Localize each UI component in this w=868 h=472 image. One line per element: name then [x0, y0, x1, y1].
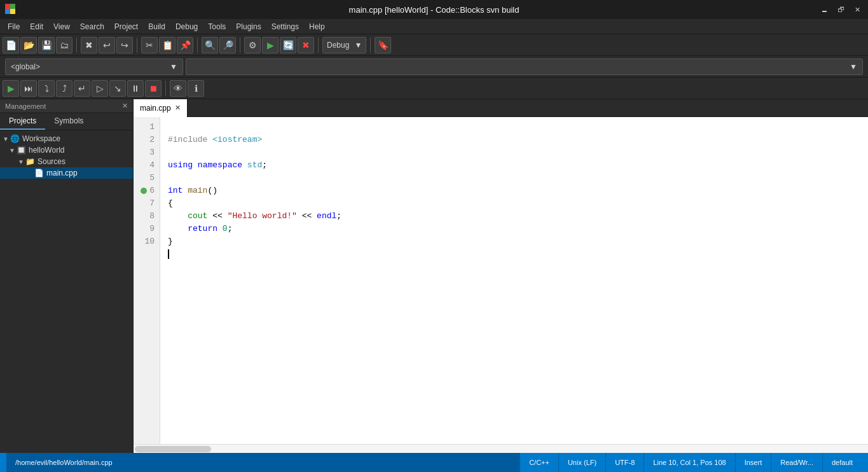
status-line-ending: Unix (LF) [559, 453, 606, 472]
close-file-button[interactable]: ✖ [81, 37, 97, 53]
status-filepath: /home/evil/helloWorld/main.cpp [6, 453, 520, 472]
stop-button[interactable]: ✖ [298, 37, 314, 53]
editor-area: main.cpp ✕ 1 2 3 4 5 6 7 8 9 10 #include… [134, 99, 868, 453]
tree-main-cpp[interactable]: 📄 main.cpp [0, 167, 133, 179]
app-logo [5, 4, 17, 15]
save-all-button[interactable]: 🗂 [56, 37, 72, 53]
line-num-6: 6 [134, 184, 155, 197]
toolbar-sep-2 [137, 38, 137, 53]
paste-button[interactable]: 📌 [177, 37, 193, 53]
line-num-5: 5 [134, 172, 155, 184]
status-bar: /home/evil/helloWorld/main.cpp C/C++ Uni… [0, 453, 868, 472]
line-num-9: 9 [134, 223, 155, 235]
file-icon: 📄 [34, 169, 44, 177]
status-readwrite: Read/Wr... [771, 453, 823, 472]
line-8: return 0; [168, 224, 232, 233]
menu-tools[interactable]: Tools [203, 21, 231, 32]
filepath-label: /home/evil/helloWorld/main.cpp [15, 459, 113, 466]
replace-button[interactable]: 🔎 [219, 37, 236, 53]
menu-project[interactable]: Project [109, 21, 143, 32]
global-scope-label: <global> [11, 62, 40, 71]
debug-step2-button[interactable]: ↘ [109, 80, 126, 97]
toolbar-sep-6 [370, 38, 371, 53]
menu-plugins[interactable]: Plugins [231, 21, 266, 32]
debug-next2-button[interactable]: ▷ [92, 80, 108, 97]
debug-watches-button[interactable]: 👁 [170, 80, 186, 97]
editor-horizontal-scrollbar[interactable] [134, 444, 868, 453]
tree-sources[interactable]: ▼ 📁 Sources [0, 156, 133, 167]
global-scope-dropdown[interactable]: <global> ▼ [5, 59, 183, 75]
rebuild-button[interactable]: 🔄 [280, 37, 296, 53]
editor-tab-bar: main.cpp ✕ [134, 99, 868, 117]
main-area: Management ✕ Projects Symbols ▼ 🌐 Worksp… [0, 99, 868, 453]
redo-button[interactable]: ↪ [116, 37, 133, 53]
build-config-dropdown[interactable]: Debug ▼ [322, 37, 366, 53]
title-bar: main.cpp [helloWorld] - Code::Blocks svn… [0, 0, 868, 19]
save-file-button[interactable]: 💾 [38, 37, 55, 53]
menu-view[interactable]: View [48, 21, 75, 32]
default-label: default [832, 459, 853, 466]
code-completion-arrow: ▼ [850, 62, 857, 71]
debug-step-button[interactable]: ⤵ [38, 80, 55, 97]
menu-search[interactable]: Search [75, 21, 109, 32]
code-container[interactable]: 1 2 3 4 5 6 7 8 9 10 #include <iostream>… [134, 117, 868, 444]
menu-edit[interactable]: Edit [25, 21, 48, 32]
tree-workspace[interactable]: ▼ 🌐 Workspace [0, 133, 133, 144]
line-7: cout << "Hello world!" << endl; [168, 211, 341, 221]
restore-button[interactable]: 🗗 [835, 4, 846, 15]
code-completion-dropdown[interactable]: ▼ [186, 59, 863, 75]
scrollbar-thumb[interactable] [135, 446, 211, 452]
debug-info-button[interactable]: ℹ [188, 80, 204, 97]
run-button[interactable]: ▶ [262, 37, 279, 53]
toolbar-sep-1 [76, 38, 77, 53]
workspace-label: Workspace [22, 134, 60, 143]
status-encoding: UTF-8 [606, 453, 644, 472]
status-language: C/C++ [520, 453, 559, 472]
menu-file[interactable]: File [3, 21, 25, 32]
debug-return-button[interactable]: ↵ [74, 80, 90, 97]
menu-debug[interactable]: Debug [170, 21, 203, 32]
line-10 [168, 249, 174, 259]
editor-tab-main-cpp[interactable]: main.cpp ✕ [134, 99, 188, 117]
debug-start-button[interactable]: ▶ [3, 80, 19, 97]
editor-tab-close[interactable]: ✕ [175, 104, 181, 112]
close-button[interactable]: ✕ [851, 4, 863, 15]
debug-stop-button[interactable]: ⏹ [145, 80, 162, 97]
debug-pause-button[interactable]: ⏸ [127, 80, 144, 97]
tab-symbols[interactable]: Symbols [45, 113, 92, 130]
editor-tab-label: main.cpp [140, 104, 171, 113]
debug-sep-1 [165, 81, 166, 96]
toolbar-selectors: <global> ▼ ▼ [0, 56, 868, 78]
menu-settings[interactable]: Settings [266, 21, 304, 32]
tab-projects[interactable]: Projects [0, 113, 45, 130]
line-1: #include <iostream> [168, 135, 262, 144]
tree-arrow-workspace: ▼ [3, 135, 10, 142]
cut-button[interactable]: ✂ [141, 37, 158, 53]
window-controls: 🗕 🗗 ✕ [818, 0, 863, 19]
status-default: default [823, 453, 862, 472]
debug-step-out-button[interactable]: ⤴ [56, 80, 72, 97]
line-num-4: 4 [134, 159, 155, 172]
maincpp-label: main.cpp [46, 169, 78, 177]
debug-next-button[interactable]: ⏭ [20, 80, 37, 97]
language-label: C/C++ [529, 459, 549, 466]
line-6: { [168, 198, 173, 208]
sources-label: Sources [38, 157, 65, 166]
menu-bar: File Edit View Search Project Build Debu… [0, 19, 868, 34]
management-close-button[interactable]: ✕ [122, 102, 128, 110]
menu-build[interactable]: Build [143, 21, 170, 32]
line-ending-label: Unix (LF) [568, 459, 596, 466]
menu-help[interactable]: Help [304, 21, 330, 32]
undo-button[interactable]: ↩ [99, 37, 115, 53]
code-editor[interactable]: #include <iostream> using namespace std;… [160, 117, 868, 444]
minimize-button[interactable]: 🗕 [818, 4, 830, 15]
open-file-button[interactable]: 📂 [20, 37, 37, 53]
line-num-1: 1 [134, 121, 155, 134]
build-target-gear[interactable]: ⚙ [244, 37, 261, 53]
copy-button[interactable]: 📋 [159, 37, 176, 53]
new-file-button[interactable]: 📄 [3, 37, 19, 53]
toggle-bookmarks-button[interactable]: 🔖 [375, 37, 391, 53]
tree-helloworld[interactable]: ▼ 🔲 helloWorld [0, 144, 133, 156]
encoding-label: UTF-8 [615, 459, 635, 466]
find-button[interactable]: 🔍 [202, 37, 218, 53]
